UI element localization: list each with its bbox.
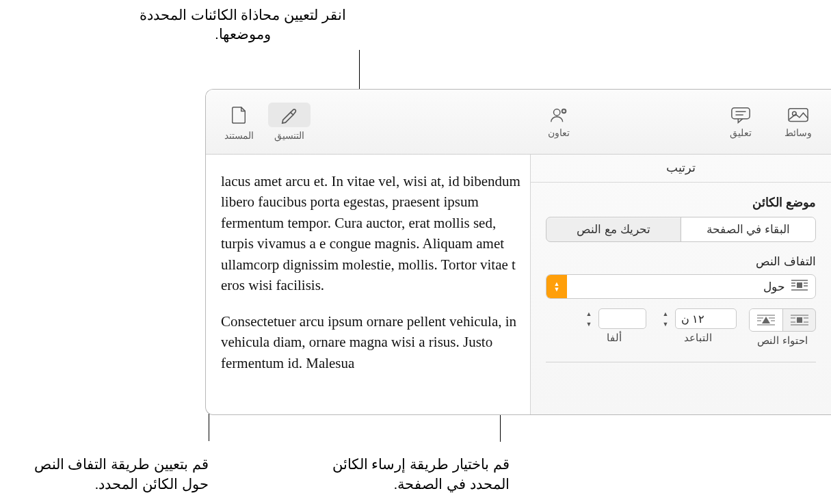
toolbar-collab-label: تعاون [548,127,570,138]
document-canvas[interactable]: lacus amet arcu et. In vitae vel, wisi a… [206,155,530,414]
toolbar-format-label: التنسيق [274,130,304,141]
callout-bottom-left: قم بتعيين طريقة التفاف النص حول الكائن ا… [3,455,209,494]
collaborate-icon [547,105,570,124]
body-paragraph: lacus amet arcu et. In vitae vel, wisi a… [221,171,530,296]
text-wrap-popup[interactable]: حول ▲▼ [546,274,816,299]
chevron-down-icon: ▼ [659,319,672,329]
svg-rect-9 [797,282,802,288]
toolbar: وسائط تعليق تعاون التنسيق [206,90,831,155]
toolbar-comment[interactable]: تعليق [719,105,763,138]
popup-stepper-icon: ▲▼ [546,275,567,298]
alpha-label: ألفا [607,332,622,344]
comment-icon [729,105,752,124]
toolbar-collaborate[interactable]: تعاون [537,105,581,138]
fit-contour[interactable] [750,309,782,331]
callout-bottom-right: قم باختيار طريقة إرساء الكائن المحدد في … [304,455,510,494]
callout-top: انقر لتعيين محاذاة الكائنات المحددة وموض… [133,5,352,44]
document-icon [227,105,250,124]
chevron-up-icon: ▲ [582,308,596,319]
spacing-field[interactable]: ١٢ ن ▲▼ [659,308,737,329]
svg-point-5 [554,109,560,116]
spacing-stepper[interactable]: ▲▼ [659,308,672,329]
format-icon [278,105,301,124]
fit-rect[interactable] [782,309,815,331]
toolbar-format[interactable]: التنسيق [267,103,311,141]
spacing-label: التباعد [684,332,712,344]
toolbar-comment-label: تعليق [730,127,752,138]
chevron-down-icon: ▼ [582,319,596,329]
text-fit-segmented [749,308,816,332]
fit-rect-icon [789,313,810,327]
object-placement-segmented: البقاء في الصفحة تحريك مع النص [546,217,816,242]
alpha-stepper[interactable]: ▲▼ [582,308,596,329]
fit-contour-icon [756,313,776,327]
chevron-up-icon: ▲ [659,308,672,319]
object-position-title: موضع الكائن [546,195,816,210]
inspector-tab-arrange[interactable]: ترتيب [531,155,831,183]
body-paragraph: Consectetuer arcu ipsum ornare pellent v… [221,311,530,373]
svg-rect-16 [797,317,802,323]
divider [546,362,816,362]
wrap-around-icon [791,278,808,295]
wrap-value: حول [763,280,785,294]
toolbar-media[interactable]: وسائط [776,105,820,138]
fit-label: احتواء النص [757,334,807,347]
inspector-panel: ترتيب موضع الكائن البقاء في الصفحة تحريك… [530,155,831,414]
toolbar-document[interactable]: المستند [217,103,261,141]
toolbar-document-label: المستند [224,130,254,141]
text-wrap-title: التفاف النص [546,254,816,269]
app-window: وسائط تعليق تعاون التنسيق [205,89,831,415]
toolbar-media-label: وسائط [784,127,812,138]
alpha-field[interactable]: ▲▼ [582,308,646,329]
svg-rect-2 [732,108,750,119]
seg-move-with-text[interactable]: تحريك مع النص [546,217,681,241]
media-icon [787,105,810,124]
spacing-value[interactable]: ١٢ ن [675,308,737,329]
alpha-value[interactable] [598,308,646,329]
seg-stay-on-page[interactable]: البقاء في الصفحة [681,217,815,241]
